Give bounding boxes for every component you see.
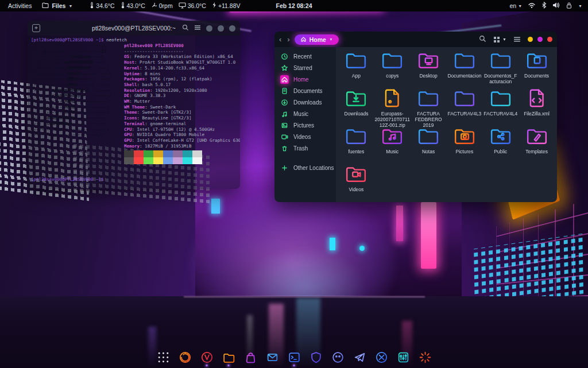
terminal-color-swatch — [163, 157, 173, 164]
dock-item-terminal[interactable] — [287, 350, 301, 366]
folder-video-icon — [345, 164, 367, 186]
wallpaper-neon-sign — [359, 246, 365, 251]
sidebar-item-trash[interactable]: Trash — [274, 142, 336, 154]
window-close-button[interactable] — [229, 25, 235, 32]
file-item[interactable]: Documentacion — [446, 51, 482, 88]
file-item-label: FileZilla.xml — [519, 111, 555, 117]
file-item[interactable]: Europass-20200710T071112Z-001.zip — [374, 88, 411, 126]
terminal-window: + ptl28sev000@PTL28SEV000:~ [ptl28sev000… — [28, 21, 240, 189]
terminal-search-icon[interactable] — [182, 24, 189, 32]
keyboard-layout-indicator[interactable]: en ▼ — [509, 2, 522, 9]
file-item[interactable]: fuentes — [338, 126, 374, 164]
dock-item-vivaldi[interactable] — [200, 350, 214, 366]
terminal-color-swatch — [124, 157, 134, 164]
search-icon[interactable] — [479, 34, 486, 45]
download-icon — [280, 98, 289, 107]
file-item-label: Desktop — [411, 73, 446, 79]
file-item-label: Music — [374, 149, 410, 154]
sidebar-item-documents[interactable]: Documents — [274, 85, 336, 96]
dock-item-firefox[interactable] — [178, 350, 192, 366]
terminal-color-swatch — [163, 150, 173, 157]
wifi-icon[interactable] — [528, 2, 536, 10]
folder-icon — [417, 126, 439, 148]
file-item[interactable]: FACTURAV4L4 — [482, 88, 519, 126]
window-maximize-button[interactable] — [537, 37, 543, 42]
terminal-menu-icon[interactable] — [194, 25, 201, 32]
folder-camera-icon — [454, 126, 475, 148]
file-item[interactable]: Desktop — [411, 51, 447, 88]
vivaldi-icon — [200, 350, 214, 366]
sidebar-item-music[interactable]: Music — [274, 108, 336, 119]
chevron-down-icon: ▼ — [518, 4, 522, 8]
file-item[interactable]: Documents — [519, 51, 555, 88]
lock-icon[interactable] — [566, 2, 572, 10]
sunburst-icon — [418, 350, 432, 366]
dock-item-telegram[interactable] — [353, 350, 366, 366]
sidebar-item-downloads[interactable]: Downloads — [274, 96, 336, 108]
dock-item-shield[interactable] — [309, 350, 323, 366]
sidebar-item-other-locations[interactable]: Other Locations — [274, 162, 336, 173]
dock-item-sunburst[interactable] — [418, 350, 432, 366]
window-close-button[interactable] — [547, 37, 552, 42]
trash-icon — [280, 144, 289, 153]
window-minimize-button[interactable] — [206, 25, 212, 32]
file-item[interactable]: copys — [374, 51, 411, 88]
folder-panel-icon — [526, 51, 548, 72]
neofetch-ascii-art: /:-----------------:\ I-----------------… — [31, 43, 111, 138]
dock-item-files[interactable] — [222, 350, 235, 366]
music-icon — [280, 110, 289, 118]
window-minimize-button[interactable] — [528, 37, 533, 42]
new-tab-icon[interactable]: + — [32, 24, 40, 32]
sidebar-item-videos[interactable]: Videos — [274, 131, 336, 142]
terminal-color-swatch — [153, 157, 163, 164]
dock-item-mail[interactable] — [265, 350, 279, 366]
forward-button[interactable]: › — [287, 36, 289, 43]
clock[interactable]: Feb 12 08:24 — [0, 2, 588, 9]
file-item[interactable]: Templates — [519, 126, 555, 164]
wallpaper-neon-sign — [330, 238, 335, 250]
dock-item-software[interactable] — [243, 350, 257, 366]
files-headerbar[interactable]: ‹ › Home ▼ ▼ — [274, 32, 557, 47]
file-item-label: Documentos_Facturacion — [483, 73, 519, 84]
sidebar-item-recent[interactable]: Recent — [274, 51, 336, 62]
file-item[interactable]: Pictures — [446, 126, 482, 164]
sidebar-item-pictures[interactable]: Pictures — [274, 119, 336, 131]
file-item[interactable]: FACTURAV4L3 — [446, 88, 482, 126]
file-item[interactable]: App — [338, 51, 374, 88]
window-maximize-button[interactable] — [218, 25, 224, 32]
file-item[interactable]: FACTURA FEDBRERO 2019 — [411, 88, 447, 126]
file-item[interactable]: FileZilla.xml — [519, 88, 555, 126]
software-icon — [243, 350, 258, 366]
file-item[interactable]: Notas — [411, 126, 447, 164]
wallpaper-neon-sign — [211, 199, 220, 214]
file-item[interactable]: Videos — [338, 164, 374, 202]
dock-item-tweaks[interactable] — [396, 350, 410, 366]
dock — [0, 350, 588, 366]
back-button[interactable]: ‹ — [279, 36, 281, 43]
dock-item-obs[interactable] — [374, 350, 388, 366]
file-item[interactable]: Music — [374, 126, 411, 164]
document-icon — [280, 87, 289, 95]
terminal-titlebar[interactable]: + ptl28sev000@PTL28SEV000:~ — [28, 21, 240, 36]
bluetooth-icon[interactable] — [541, 2, 547, 10]
dock-item-cheese[interactable] — [331, 350, 345, 366]
folder-icon — [417, 88, 439, 110]
terminal-color-swatch — [134, 150, 144, 157]
file-item[interactable]: Downloads — [338, 88, 374, 126]
file-item-label: FACTURA FEDBRERO 2019 — [411, 111, 446, 128]
file-item[interactable]: Public — [482, 126, 519, 164]
volume-icon[interactable] — [552, 2, 560, 10]
sidebar-item-starred[interactable]: Starred — [274, 62, 336, 73]
path-bar-home-button[interactable]: Home ▼ — [295, 34, 339, 45]
dock-item-show-apps[interactable] — [156, 350, 170, 366]
folder-share-icon — [490, 126, 512, 148]
terminal-color-swatch — [183, 150, 192, 157]
sidebar-item-home[interactable]: Home — [274, 73, 336, 85]
view-toggle-icon[interactable]: ▼ — [493, 36, 506, 43]
files-sidebar: RecentStarredHomeDocumentsDownloadsMusic… — [274, 47, 336, 202]
terminal-content[interactable]: [ptl28sev000@PTL28SEV000 ~]$ neofetch /:… — [28, 36, 240, 189]
hamburger-menu-icon[interactable] — [513, 34, 521, 45]
file-item[interactable]: Documentos_Facturacion — [482, 51, 519, 88]
plus-icon — [280, 164, 289, 172]
system-menu-chevron-icon[interactable]: ▼ — [578, 4, 582, 8]
